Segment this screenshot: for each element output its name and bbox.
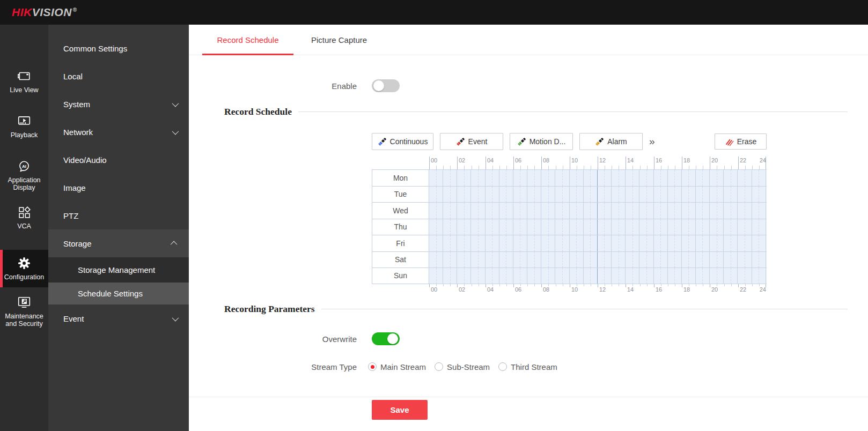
schedule-cell[interactable]	[486, 235, 499, 251]
schedule-cell[interactable]	[457, 170, 471, 186]
schedule-cell[interactable]	[429, 268, 443, 284]
save-button[interactable]: Save	[372, 400, 428, 420]
schedule-cell[interactable]	[598, 219, 612, 235]
schedule-cell[interactable]	[457, 235, 471, 251]
schedule-cell[interactable]	[654, 268, 668, 284]
schedule-cell[interactable]	[541, 203, 555, 219]
schedule-cell[interactable]	[696, 268, 710, 284]
schedule-cell[interactable]	[696, 203, 710, 219]
schedule-cell[interactable]	[429, 235, 443, 251]
schedule-cell[interactable]	[639, 203, 653, 219]
schedule-cell[interactable]	[555, 219, 569, 235]
schedule-cell[interactable]	[668, 252, 682, 268]
schedule-cell[interactable]	[527, 235, 541, 251]
schedule-cell[interactable]	[738, 219, 752, 235]
schedule-cell[interactable]	[499, 170, 513, 186]
schedule-cell[interactable]	[429, 170, 443, 186]
schedule-track[interactable]	[429, 219, 767, 235]
schedule-cell[interactable]	[527, 252, 541, 268]
schedule-cell[interactable]	[457, 203, 471, 219]
schedule-cell[interactable]	[555, 268, 569, 284]
schedule-cell[interactable]	[584, 219, 598, 235]
schedule-cell[interactable]	[513, 170, 527, 186]
schedule-cell[interactable]	[738, 268, 752, 284]
schedule-cell[interactable]	[584, 252, 598, 268]
schedule-cell[interactable]	[555, 252, 569, 268]
schedule-cell[interactable]	[527, 268, 541, 284]
schedule-cell[interactable]	[499, 203, 513, 219]
tab-picture-capture[interactable]: Picture Capture	[293, 25, 385, 55]
overwrite-toggle[interactable]	[372, 332, 400, 345]
schedule-cell[interactable]	[724, 235, 738, 251]
schedule-cell[interactable]	[486, 252, 499, 268]
schedule-cell[interactable]	[639, 170, 653, 186]
schedule-cell[interactable]	[696, 235, 710, 251]
schedule-cell[interactable]	[570, 170, 584, 186]
schedule-cell[interactable]	[710, 235, 724, 251]
schedule-cell[interactable]	[443, 219, 457, 235]
schedule-cell[interactable]	[598, 187, 612, 203]
schedule-cell[interactable]	[654, 252, 668, 268]
schedule-cell[interactable]	[612, 235, 626, 251]
schedule-cell[interactable]	[555, 203, 569, 219]
schedule-cell[interactable]	[696, 170, 710, 186]
menu-item-schedule-settings[interactable]: Schedule Settings	[48, 283, 189, 304]
schedule-cell[interactable]	[570, 187, 584, 203]
radio-sub-stream[interactable]: Sub-Stream	[435, 362, 490, 371]
schedule-cell[interactable]	[443, 268, 457, 284]
schedule-cell[interactable]	[654, 203, 668, 219]
schedule-cell[interactable]	[598, 235, 612, 251]
schedule-cell[interactable]	[584, 235, 598, 251]
schedule-cell[interactable]	[724, 252, 738, 268]
schedule-cell[interactable]	[429, 187, 443, 203]
schedule-cell[interactable]	[612, 219, 626, 235]
schedule-cell[interactable]	[429, 252, 443, 268]
schedule-cell[interactable]	[598, 268, 612, 284]
schedule-cell[interactable]	[682, 219, 696, 235]
schedule-cell[interactable]	[654, 235, 668, 251]
schedule-cell[interactable]	[626, 187, 639, 203]
schedule-cell[interactable]	[612, 268, 626, 284]
schedule-cell[interactable]	[654, 170, 668, 186]
schedule-cell[interactable]	[724, 203, 738, 219]
schedule-cell[interactable]	[457, 187, 471, 203]
schedule-cell[interactable]	[710, 203, 724, 219]
schedule-cell[interactable]	[570, 268, 584, 284]
schedule-cell[interactable]	[639, 268, 653, 284]
schedule-cell[interactable]	[513, 268, 527, 284]
schedule-cell[interactable]	[486, 268, 499, 284]
schedule-cell[interactable]	[752, 235, 766, 251]
schedule-cell[interactable]	[499, 268, 513, 284]
schedule-cell[interactable]	[527, 219, 541, 235]
schedule-cell[interactable]	[752, 219, 766, 235]
schedule-cell[interactable]	[710, 252, 724, 268]
schedule-cell[interactable]	[668, 170, 682, 186]
schedule-cell[interactable]	[486, 187, 499, 203]
schedule-cell[interactable]	[696, 219, 710, 235]
schedule-cell[interactable]	[499, 187, 513, 203]
schedule-cell[interactable]	[724, 187, 738, 203]
schedule-cell[interactable]	[668, 235, 682, 251]
schedule-cell[interactable]	[513, 187, 527, 203]
schedule-cell[interactable]	[598, 170, 612, 186]
schedule-cell[interactable]	[738, 187, 752, 203]
schedule-cell[interactable]	[710, 219, 724, 235]
menu-item-image[interactable]: Image	[48, 174, 189, 202]
schedule-cell[interactable]	[626, 203, 639, 219]
schedule-cell[interactable]	[541, 187, 555, 203]
tab-record-schedule[interactable]: Record Schedule	[202, 25, 293, 55]
event-type-button[interactable]: Event	[440, 133, 503, 150]
schedule-cell[interactable]	[639, 252, 653, 268]
schedule-cell[interactable]	[626, 252, 639, 268]
schedule-cell[interactable]	[513, 235, 527, 251]
menu-item-video-audio[interactable]: Video/Audio	[48, 146, 189, 174]
schedule-cell[interactable]	[612, 203, 626, 219]
schedule-cell[interactable]	[471, 219, 485, 235]
schedule-cell[interactable]	[668, 219, 682, 235]
schedule-cell[interactable]	[429, 219, 443, 235]
schedule-cell[interactable]	[527, 203, 541, 219]
radio-third-stream[interactable]: Third Stream	[498, 362, 557, 371]
schedule-track[interactable]	[429, 186, 767, 203]
schedule-track[interactable]	[429, 251, 767, 268]
menu-item-system[interactable]: System	[48, 90, 189, 118]
